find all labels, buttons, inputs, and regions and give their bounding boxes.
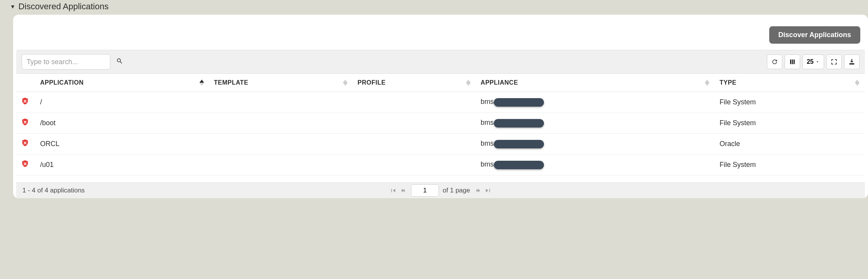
sort-icon (343, 80, 348, 86)
template-cell (209, 92, 353, 113)
panel-actions: Discover Applications (13, 15, 868, 50)
col-application[interactable]: APPLICATION (35, 74, 209, 92)
redacted-text (494, 140, 544, 148)
table-row[interactable]: /bootbmsFile System (16, 113, 865, 134)
applications-table: APPLICATION TEMPLATE PROFILE (16, 74, 865, 175)
appliance-cell: bms (476, 92, 715, 113)
appliance-cell: bms (476, 134, 715, 155)
appliance-cell: bms (476, 113, 715, 134)
application-cell: /boot (35, 113, 209, 134)
redacted-text (494, 98, 544, 107)
fullscreen-button[interactable] (826, 54, 842, 69)
type-cell: File System (715, 92, 865, 113)
shield-x-icon (21, 138, 29, 148)
status-cell (16, 134, 35, 155)
prev-page-button[interactable] (400, 187, 407, 194)
application-cell: /u01 (35, 155, 209, 175)
col-type[interactable]: TYPE (715, 74, 865, 92)
toolbar: 25 (16, 50, 865, 74)
col-appliance[interactable]: APPLIANCE (476, 74, 715, 92)
sort-icon (466, 80, 471, 86)
col-template[interactable]: TEMPLATE (209, 74, 353, 92)
page-size-select[interactable]: 25 (802, 54, 824, 69)
table-row[interactable]: ORCLbmsOracle (16, 134, 865, 155)
col-label: APPLIANCE (481, 79, 518, 86)
col-profile[interactable]: PROFILE (353, 74, 476, 92)
status-cell (16, 92, 35, 113)
type-cell: File System (715, 113, 865, 134)
redacted-text (494, 119, 544, 128)
search-box[interactable] (22, 54, 110, 70)
pager: of 1 page (390, 184, 492, 197)
table-row[interactable]: /u01bmsFile System (16, 155, 865, 175)
refresh-button[interactable] (767, 54, 782, 69)
search-icon (116, 58, 123, 66)
shield-x-icon (21, 97, 29, 106)
sort-icon (705, 80, 709, 86)
appliance-cell: bms (476, 155, 715, 175)
page-of-label: of 1 page (443, 187, 470, 194)
page-input[interactable] (411, 184, 439, 197)
sort-icon (199, 80, 204, 86)
first-page-button[interactable] (390, 187, 397, 194)
type-cell: File System (715, 155, 865, 175)
profile-cell (353, 113, 476, 134)
row-summary: 1 - 4 of 4 applications (22, 187, 85, 194)
toolbar-right: 25 (767, 54, 860, 69)
table-row[interactable]: /bmsFile System (16, 92, 865, 113)
col-label: APPLICATION (40, 79, 84, 86)
type-cell: Oracle (715, 134, 865, 155)
col-label: TEMPLATE (214, 79, 248, 86)
shield-x-icon (21, 117, 29, 127)
col-label: PROFILE (358, 79, 386, 86)
status-cell (16, 113, 35, 134)
profile-cell (353, 92, 476, 113)
section-title: Discovered Applications (19, 2, 109, 12)
template-cell (209, 155, 353, 175)
search-input[interactable] (27, 58, 116, 66)
status-cell (16, 155, 35, 175)
profile-cell (353, 134, 476, 155)
panel: Discover Applications 25 (13, 15, 868, 198)
redacted-text (494, 161, 544, 169)
columns-button[interactable] (785, 54, 800, 69)
section-header[interactable]: ▼ Discovered Applications (10, 0, 868, 15)
sort-icon (855, 80, 860, 86)
page-size-label: 25 (807, 58, 814, 65)
application-cell: / (35, 92, 209, 113)
next-page-button[interactable] (474, 187, 481, 194)
chevron-down-icon (815, 60, 820, 64)
table-footer: 1 - 4 of 4 applications of 1 page (16, 182, 865, 198)
col-status (16, 74, 35, 92)
col-label: TYPE (719, 79, 736, 86)
last-page-button[interactable] (485, 187, 491, 194)
download-button[interactable] (844, 54, 860, 69)
profile-cell (353, 155, 476, 175)
template-cell (209, 113, 353, 134)
collapse-icon: ▼ (10, 4, 15, 9)
discover-applications-button[interactable]: Discover Applications (769, 26, 860, 44)
application-cell: ORCL (35, 134, 209, 155)
shield-x-icon (21, 159, 29, 168)
table-header-row: APPLICATION TEMPLATE PROFILE (16, 74, 865, 92)
template-cell (209, 134, 353, 155)
